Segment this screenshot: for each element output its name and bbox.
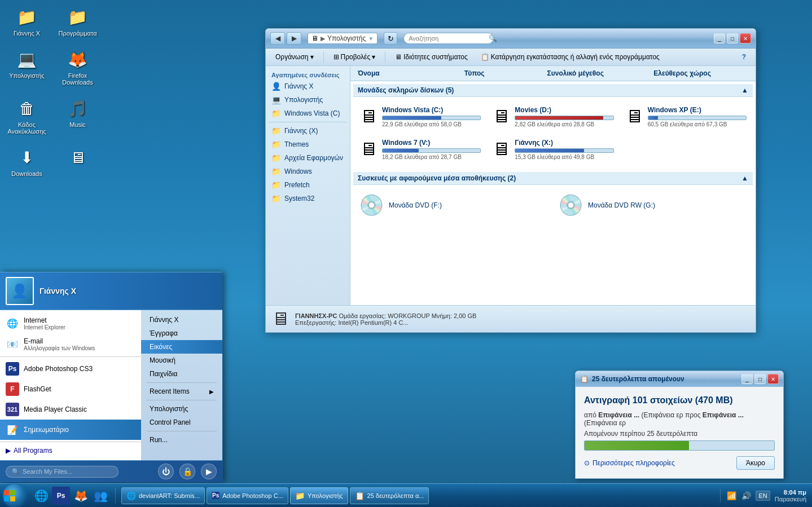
collapse-icon[interactable]: ▲ [741,86,748,94]
dialog-maximize[interactable]: □ [754,374,766,384]
drive-win7-v[interactable]: 🖥 Windows 7 (V:) 18,2 GB ελεύθερα από 28… [356,135,484,164]
right-menu-computer[interactable]: Υπολογιστής [141,402,222,416]
drive-bar-bg [382,148,481,153]
menu-item-email[interactable]: 📧 E-mail Αλληλογραφία των Windows [0,334,141,355]
col-type[interactable]: Τύπος [460,68,540,79]
forward-button[interactable]: ▶ [287,32,301,45]
tray-network-icon[interactable]: 📶 [726,491,736,501]
menu-item-photoshop[interactable]: Ps Adobe Photoshop CS3 [0,359,141,379]
task-deviantart[interactable]: 🌐 deviantART: Submis... [121,487,205,504]
menu-item-flashget[interactable]: F FlashGet [0,379,141,399]
folder-icon: 📁 [16,6,38,28]
drive-vista-c[interactable]: 🖥 Windows Vista (C:) 22,9 GB ελεύθερα απ… [356,103,484,131]
tray-volume-icon[interactable]: 🔊 [741,491,751,501]
sidebar-item-themes[interactable]: 📁 Themes [266,138,350,151]
desktop-icon-music[interactable]: 🎵 Music [56,97,99,135]
tray-language[interactable]: EN [756,491,770,501]
right-menu-music[interactable]: Μουσική [141,354,222,367]
sidebar-label: Υπολογιστής [284,96,323,104]
arrow-right-icon: ▶ [6,447,11,455]
task-photoshop[interactable]: Ps Adobe Photoshop C... [207,487,288,504]
sidebar-item-windows[interactable]: 📁 Windows [266,165,350,178]
drive-bar-bg [382,116,481,120]
search-input[interactable] [409,35,486,42]
organize-button[interactable]: Οργάνωση ▾ [270,51,319,63]
taskbar-ie-icon[interactable]: 🌐 [32,487,50,505]
sidebar-item-yiannis-x[interactable]: 📁 Γιάννης (Χ) [266,124,350,138]
sidebar-item-computer[interactable]: 💻 Υπολογιστής [266,93,350,107]
dialog-close[interactable]: ✕ [767,374,779,384]
sidebar-item-system32[interactable]: 📁 System32 [266,192,350,205]
views-label: Προβολές [341,53,371,61]
back-button[interactable]: ◀ [270,32,285,45]
more-info-button[interactable]: ⊙ Περισσότερες πληροφορίες [584,459,675,467]
desktop-icon-programs[interactable]: 📁 Προγράμματα [56,6,99,37]
desktop-icon-yiannis[interactable]: 📁 Γιάννης Χ [6,6,48,37]
arrow-button[interactable]: ▶ [201,464,217,479]
right-menu-recent[interactable]: Recent Items ▶ [141,385,222,398]
search-box[interactable]: 🔍 [403,33,494,44]
all-programs-link[interactable]: ▶ All Programs [0,444,141,457]
right-menu-images[interactable]: Εικόνες [141,340,222,354]
downloads-icon: ⬇ [16,146,38,169]
col-name[interactable]: Όνομα [353,68,457,79]
menu-item-internet[interactable]: 🌐 Internet Internet Explorer [0,313,141,334]
refresh-button[interactable]: ↻ [384,32,397,45]
drive-yiannis-x[interactable]: 🖥 Γιάννης (Χ:) 15,3 GB ελεύθερα από 49,8… [489,135,617,164]
dialog-minimize[interactable]: _ [741,374,753,384]
drive-size: 15,3 GB ελεύθερα από 49,8 GB [515,154,613,160]
system-properties-button[interactable]: 🖥 Ιδιότητες συστήματος [390,51,472,63]
sidebar-item-yiannis[interactable]: 👤 Γιάννης Χ [266,80,350,93]
task-label: 25 δευτερόλεπτα α... [367,492,424,499]
right-menu-yiannis[interactable]: Γιάννης Χ [141,313,222,327]
sidebar-item-vista[interactable]: 📁 Windows Vista (C) [266,107,350,120]
task-computer[interactable]: 📁 Υπολογιστής [290,487,348,504]
cancel-button[interactable]: Άκυρο [736,456,775,470]
desktop-icon-downloads[interactable]: ⬇ Downloads [6,146,48,177]
help-button[interactable]: ? [737,51,751,63]
copy-icon: 📋 [580,375,589,383]
uninstall-button[interactable]: 📋 Κατάργηση εγκατάστασης ή αλλαγή ενός π… [476,51,665,63]
maximize-button[interactable]: □ [727,33,738,43]
drive-name: Windows XP (E:) [648,106,747,114]
task-copy-dialog[interactable]: 📋 25 δευτερόλεπτα α... [350,487,429,504]
menu-item-media-player[interactable]: 321 Media Player Classic [0,399,141,420]
address-bar[interactable]: 🖥 ▶ Υπολογιστής ▼ [308,33,378,44]
start-menu-search[interactable]: 🔍 Search My Files... [6,466,118,478]
tray-clock[interactable]: 8:04 πμ Παρασκευή [775,489,806,502]
drive-winxp-e[interactable]: 🖥 Windows XP (E:) 60,5 GB ελεύθερα από 6… [622,103,750,131]
right-menu-control-panel[interactable]: Control Panel [141,416,222,429]
collapse-icon[interactable]: ▲ [741,174,748,182]
start-button[interactable] [3,484,27,508]
desktop-icon-recycle[interactable]: 🗑 Κάδος Ανακύκλωσης [6,97,48,135]
copy-from-text: από Επιφάνεια ... (Επιφάνεια ερ προς Επι… [584,411,775,427]
sidebar-label: Γιάννης Χ [284,82,314,90]
taskbar-ps-icon[interactable]: Ps [52,487,70,505]
removable-section-label: Συσκευές με αφαιρούμενα μέσα αποθήκευσης… [353,172,753,185]
views-button[interactable]: ⊞ Προβολές ▾ [328,51,381,63]
minimize-button[interactable]: _ [714,33,725,43]
menu-item-sublabel: Αλληλογραφία των Windows [24,345,95,351]
lock-button[interactable]: 🔒 [179,464,195,479]
taskbar-users-icon[interactable]: 👥 [91,487,109,505]
drive-movies-d[interactable]: 🖥 Movies (D:) 2,82 GB ελεύθερα από 28,8 … [489,103,617,131]
col-free[interactable]: Ελεύθερος χώρος [649,68,753,79]
address-text: Υπολογιστής [327,34,366,42]
sidebar-item-prefetch[interactable]: 📁 Prefetch [266,178,350,192]
desktop-icon-network[interactable]: 🖥 [56,146,99,177]
right-menu-documents[interactable]: Έγγραφα [141,327,222,340]
desktop-icon-computer[interactable]: 💻 Υπολογιστής [6,48,48,86]
right-menu-run[interactable]: Run... [141,433,222,447]
right-menu-games[interactable]: Παιχνίδια [141,367,222,381]
close-button[interactable]: ✕ [740,33,751,43]
menu-item-notepad[interactable]: 📝 Σημειωματάριο [0,420,141,440]
dvd-drive-f[interactable]: 💿 Μονάδα DVD (F:) [356,191,551,220]
col-size[interactable]: Συνολικό μέγεθος [543,68,647,79]
sidebar-item-appfiles[interactable]: 📁 Αρχεία Εφαρμογών [266,151,350,165]
dvd-drive-g[interactable]: 💿 Μονάδα DVD RW (G:) [555,191,750,220]
desktop-icon-firefox[interactable]: 🦊 Firefox Downloads [56,48,99,86]
power-button[interactable]: ⏻ [158,464,174,479]
task-icon: Ps [212,492,220,499]
taskbar-firefox-icon[interactable]: 🦊 [72,487,90,505]
quick-launch: 🌐 Ps 🦊 👥 [29,484,112,507]
